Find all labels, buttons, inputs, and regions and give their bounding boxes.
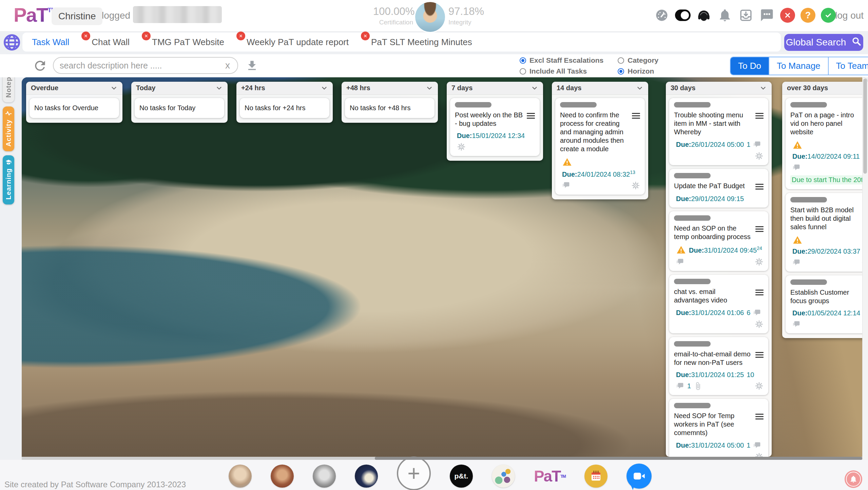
- radio-selected-icon[interactable]: [618, 68, 624, 75]
- view-button-to-manage[interactable]: To Manage: [769, 57, 828, 75]
- close-tab-icon[interactable]: [81, 32, 90, 40]
- close-tab-icon[interactable]: [236, 32, 245, 40]
- status-help-icon[interactable]: ?: [801, 8, 815, 23]
- card-menu-icon[interactable]: [632, 111, 640, 153]
- column-header[interactable]: +48 hrs: [342, 82, 438, 95]
- task-card[interactable]: email-to-chat-email demo for new non-PaT…: [669, 337, 768, 395]
- radio-unselected-icon[interactable]: [520, 68, 526, 75]
- tab-task-wall[interactable]: Task Wall: [30, 37, 69, 47]
- chevron-down-icon[interactable]: [636, 84, 643, 92]
- column-header[interactable]: 30 days: [666, 82, 772, 95]
- calendar-app-icon[interactable]: [584, 465, 607, 488]
- gear-icon[interactable]: [457, 142, 466, 151]
- horizontal-scrollbar-thumb[interactable]: [375, 457, 862, 460]
- task-card[interactable]: Establish Customer focus groupsDue:01/05…: [786, 275, 868, 333]
- radio-excl-staff-escalations[interactable]: Excl Staff Escalations: [520, 56, 603, 64]
- chevron-down-icon[interactable]: [321, 84, 328, 92]
- comments-icon[interactable]: [792, 258, 801, 267]
- column-header[interactable]: 14 days: [552, 82, 648, 95]
- card-menu-icon[interactable]: [527, 111, 535, 128]
- card-menu-icon[interactable]: [755, 111, 764, 136]
- gear-icon[interactable]: [631, 181, 640, 190]
- card-menu-icon[interactable]: [755, 412, 764, 437]
- clear-search-icon[interactable]: x: [224, 60, 231, 71]
- side-tab-activity[interactable]: Activity: [3, 106, 14, 151]
- task-card[interactable]: Trouble shooting menu item in MM - start…: [669, 98, 768, 165]
- task-card[interactable]: Update the PaT BudgetDue:29/01/2024 09:1…: [669, 169, 768, 208]
- gear-icon[interactable]: [755, 320, 764, 329]
- comments-icon[interactable]: [562, 181, 571, 190]
- column-header[interactable]: Overdue: [26, 82, 122, 95]
- task-card[interactable]: chat vs. email advantages videoDue:31/01…: [669, 275, 768, 333]
- refresh-icon[interactable]: [33, 58, 47, 73]
- notification-bell-button[interactable]: [845, 470, 862, 488]
- gear-icon[interactable]: [755, 257, 764, 266]
- headset-icon[interactable]: [696, 7, 712, 23]
- vertical-scrollbar-thumb[interactable]: [863, 79, 867, 174]
- avatar-astronaut[interactable]: [355, 465, 378, 488]
- chevron-down-icon[interactable]: [110, 84, 118, 92]
- tab-weekly-pat-update-report[interactable]: Weekly PaT update report: [239, 37, 349, 47]
- avatar-user-2[interactable]: [271, 465, 294, 488]
- paperclip-icon[interactable]: [694, 382, 702, 390]
- comments-icon[interactable]: [792, 163, 801, 172]
- card-menu-icon[interactable]: [755, 224, 764, 241]
- task-card[interactable]: PaT on a page - intro vid on hero panel …: [786, 98, 868, 189]
- gear-icon[interactable]: [755, 381, 764, 390]
- chat-messages-icon[interactable]: [759, 7, 775, 23]
- chevron-down-icon[interactable]: [531, 84, 538, 92]
- column-header[interactable]: 7 days: [447, 82, 543, 95]
- inbox-icon[interactable]: [738, 7, 754, 23]
- tab-pat-slt-meeting-minutes[interactable]: PaT SLT Meeting Minutes: [364, 37, 472, 47]
- teamwork-illustration[interactable]: [492, 465, 515, 488]
- side-tab-learning[interactable]: Learning: [3, 155, 14, 204]
- gauge-icon[interactable]: [654, 7, 670, 23]
- comments-icon[interactable]: [753, 309, 761, 317]
- global-search-button[interactable]: Global Search: [784, 34, 863, 51]
- globe-icon[interactable]: [3, 33, 21, 52]
- logout-button[interactable]: log out: [835, 10, 864, 21]
- comments-icon[interactable]: [753, 441, 761, 450]
- avatar-user-3[interactable]: [313, 465, 336, 488]
- view-button-to-do[interactable]: To Do: [731, 57, 769, 75]
- close-tab-icon[interactable]: [361, 32, 370, 40]
- tab-chat-wall[interactable]: Chat Wall: [84, 37, 130, 47]
- task-card[interactable]: Post weekly on the BB - bug updatesDue:1…: [450, 98, 540, 156]
- user-avatar[interactable]: [415, 2, 445, 32]
- status-ok-icon[interactable]: [821, 8, 836, 23]
- card-menu-icon[interactable]: [755, 288, 764, 305]
- tab-tmg-pat-website[interactable]: TMG PaT Website: [144, 37, 224, 47]
- chevron-down-icon[interactable]: [759, 84, 767, 92]
- task-card[interactable]: Need to confirm the process for creating…: [555, 98, 645, 195]
- column-header[interactable]: Today: [131, 82, 228, 95]
- card-menu-icon[interactable]: [755, 350, 764, 367]
- radio-include-all-tasks[interactable]: Include All Tasks: [520, 67, 603, 75]
- card-menu-icon[interactable]: [755, 182, 764, 191]
- add-button[interactable]: +: [397, 456, 431, 490]
- pat-black-logo[interactable]: p&t.: [450, 465, 473, 488]
- comments-icon[interactable]: [676, 382, 684, 390]
- task-card[interactable]: Need an SOP on the temp onboarding proce…: [669, 211, 768, 271]
- radio-selected-icon[interactable]: [520, 57, 526, 64]
- task-card[interactable]: Need SOP for Temp workers in PaT (see co…: [669, 399, 768, 457]
- column-header[interactable]: +24 hrs: [236, 82, 333, 95]
- gear-icon[interactable]: [755, 452, 764, 457]
- download-icon[interactable]: [246, 59, 259, 73]
- pat-logo[interactable]: PaTTM: [534, 465, 565, 488]
- comments-icon[interactable]: [676, 258, 684, 266]
- dark-mode-toggle[interactable]: [675, 7, 691, 23]
- avatar-user-1[interactable]: [229, 465, 252, 488]
- chevron-down-icon[interactable]: [215, 84, 223, 92]
- search-input[interactable]: [60, 61, 224, 71]
- task-card[interactable]: Start with B2B model then build out digi…: [786, 193, 868, 272]
- gear-icon[interactable]: [755, 152, 764, 160]
- comments-icon[interactable]: [792, 320, 801, 329]
- video-call-icon[interactable]: [626, 464, 652, 489]
- column-header[interactable]: over 30 days: [782, 82, 868, 95]
- notifications-bell-icon[interactable]: [717, 7, 733, 23]
- vertical-scrollbar[interactable]: [862, 77, 868, 459]
- chevron-down-icon[interactable]: [426, 84, 433, 92]
- close-tab-icon[interactable]: [142, 32, 151, 40]
- status-close-icon[interactable]: [780, 8, 795, 23]
- view-button-to-team[interactable]: To Team: [828, 57, 868, 75]
